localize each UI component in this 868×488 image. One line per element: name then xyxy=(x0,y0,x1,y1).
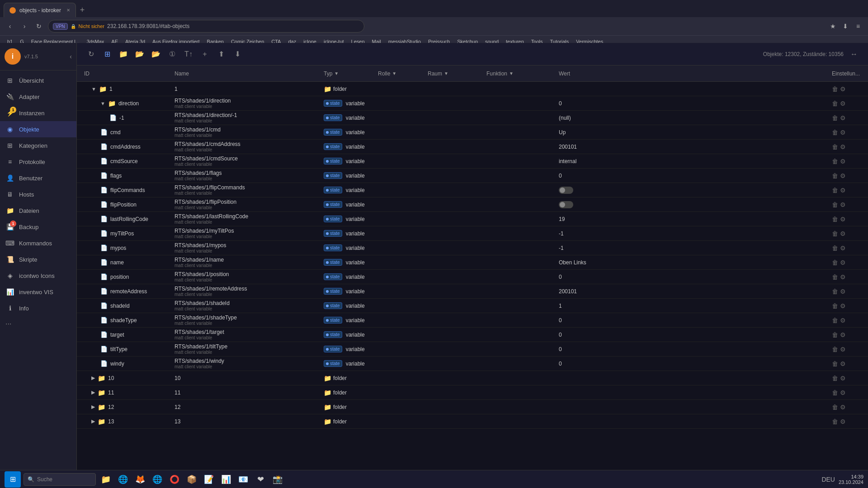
delete-icon[interactable]: 🗑 xyxy=(832,317,838,324)
delete-icon[interactable]: 🗑 xyxy=(832,259,838,266)
taskbar-app-browser1[interactable]: 🌐 xyxy=(116,472,130,487)
settings-icon[interactable]: ⚙ xyxy=(840,273,846,281)
col-header-id[interactable]: ID xyxy=(84,70,175,77)
settings-icon[interactable]: ⚙ xyxy=(840,360,846,367)
sidebar-item-ubersicht[interactable]: ⊞ Übersicht xyxy=(0,72,76,89)
tab-close-icon[interactable]: ✕ xyxy=(66,8,70,13)
delete-icon[interactable]: 🗑 xyxy=(832,302,838,310)
taskbar-app-browser2[interactable]: 🌐 xyxy=(150,472,165,487)
sidebar-item-adapter[interactable]: 🔌 Adapter xyxy=(0,89,76,105)
sidebar-item-backup[interactable]: 💾 Backup 1 xyxy=(0,219,76,235)
text-button[interactable]: T↑ xyxy=(182,47,195,61)
table-view-button[interactable]: ⊞ xyxy=(100,47,114,61)
number-button[interactable]: ① xyxy=(165,47,179,61)
sidebar-collapse-icon[interactable]: ‹ xyxy=(70,53,72,60)
ext-icon-2[interactable]: ⬇ xyxy=(840,21,851,32)
add-button[interactable]: + xyxy=(198,47,212,61)
settings-icon[interactable]: ⚙ xyxy=(840,143,846,150)
address-bar[interactable]: VPN 🔒 Nicht sicher 232.168.178.39:8081/#… xyxy=(48,20,364,33)
delete-icon[interactable]: 🗑 xyxy=(832,187,838,194)
folder-chevron-icon[interactable]: ▶ xyxy=(91,389,95,395)
settings-icon[interactable]: ⚙ xyxy=(840,129,846,136)
delete-icon[interactable]: 🗑 xyxy=(832,158,838,165)
settings-icon[interactable]: ⚙ xyxy=(840,404,846,411)
taskbar-app-camera[interactable]: 📸 xyxy=(270,472,285,487)
sidebar-more-dots[interactable]: ··· xyxy=(0,316,76,332)
folder-chevron-icon[interactable]: ▶ xyxy=(91,418,95,424)
settings-icon[interactable]: ⚙ xyxy=(840,187,846,194)
settings-icon[interactable]: ⚙ xyxy=(840,259,846,266)
taskbar-app-explorer[interactable]: 📁 xyxy=(99,472,113,487)
settings-icon[interactable]: ⚙ xyxy=(840,158,846,165)
col-header-name[interactable]: Name xyxy=(175,70,324,77)
active-tab[interactable]: objects - iobroker ✕ xyxy=(4,3,76,17)
col-header-wert[interactable]: Wert xyxy=(559,70,832,77)
folder-chevron-icon[interactable]: ▼ xyxy=(100,101,105,106)
taskbar-app-opera[interactable]: ⭕ xyxy=(167,472,182,487)
settings-icon[interactable]: ⚙ xyxy=(840,346,846,353)
settings-icon[interactable]: ⚙ xyxy=(840,230,846,237)
toggle-switch[interactable] xyxy=(559,201,573,208)
delete-icon[interactable]: 🗑 xyxy=(832,418,838,425)
taskbar-app-heart[interactable]: ❤ xyxy=(253,472,268,487)
delete-icon[interactable]: 🗑 xyxy=(832,230,838,237)
settings-icon[interactable]: ⚙ xyxy=(840,114,846,122)
upload-button[interactable]: ⬆ xyxy=(214,47,228,61)
col-header-einstellung[interactable]: Einstellun... xyxy=(832,70,868,77)
back-button[interactable]: ‹ xyxy=(5,21,15,32)
settings-icon[interactable]: ⚙ xyxy=(840,389,846,396)
settings-icon[interactable]: ⚙ xyxy=(840,302,846,310)
reload-button[interactable]: ↻ xyxy=(33,21,44,32)
sidebar-item-objekte[interactable]: ◉ Objekte xyxy=(0,121,76,137)
delete-icon[interactable]: 🗑 xyxy=(832,114,838,122)
sidebar-item-inventwo[interactable]: 📊 inventwo VIS xyxy=(0,284,76,300)
settings-icon[interactable]: ⚙ xyxy=(840,216,846,223)
taskbar-app-outlook[interactable]: 📧 xyxy=(236,472,250,487)
download-button[interactable]: ⬇ xyxy=(231,47,244,61)
open-folder-button[interactable]: 📂 xyxy=(133,47,146,61)
taskbar-app-winrar[interactable]: 📦 xyxy=(184,472,199,487)
delete-icon[interactable]: 🗑 xyxy=(832,172,838,179)
delete-icon[interactable]: 🗑 xyxy=(832,100,838,107)
delete-icon[interactable]: 🗑 xyxy=(832,129,838,136)
ext-icon-3[interactable]: ≡ xyxy=(853,21,863,32)
settings-icon[interactable]: ⚙ xyxy=(840,100,846,107)
delete-icon[interactable]: 🗑 xyxy=(832,288,838,295)
folder-chevron-icon[interactable]: ▼ xyxy=(91,86,96,92)
settings-icon[interactable]: ⚙ xyxy=(840,331,846,338)
folder-chevron-icon[interactable]: ▶ xyxy=(91,375,95,381)
delete-icon[interactable]: 🗑 xyxy=(832,346,838,353)
settings-icon[interactable]: ⚙ xyxy=(840,85,846,93)
settings-icon[interactable]: ⚙ xyxy=(840,244,846,252)
delete-icon[interactable]: 🗑 xyxy=(832,216,838,223)
delete-icon[interactable]: 🗑 xyxy=(832,143,838,150)
delete-icon[interactable]: 🗑 xyxy=(832,201,838,208)
sidebar-item-dateien[interactable]: 📁 Dateien xyxy=(0,202,76,219)
sidebar-item-hosts[interactable]: 🖥 Hosts xyxy=(0,186,76,202)
taskbar-app-firefox[interactable]: 🦊 xyxy=(133,472,147,487)
toggle-switch[interactable] xyxy=(559,187,573,194)
taskbar-search[interactable]: 🔍 Suche xyxy=(24,473,96,486)
folder-chevron-icon[interactable]: ▶ xyxy=(91,404,95,410)
sidebar-item-skripte[interactable]: 📜 Skripte xyxy=(0,251,76,267)
sidebar-item-kommandos[interactable]: ⌨ Kommandos xyxy=(0,235,76,251)
start-button[interactable]: ⊞ xyxy=(5,471,21,488)
delete-icon[interactable]: 🗑 xyxy=(832,273,838,281)
col-header-funktion[interactable]: Funktion ▼ xyxy=(486,70,559,77)
col-header-rolle[interactable]: Rolle ▼ xyxy=(378,70,428,77)
settings-icon[interactable]: ⚙ xyxy=(840,418,846,425)
settings-icon[interactable]: ⚙ xyxy=(840,172,846,179)
delete-icon[interactable]: 🗑 xyxy=(832,404,838,411)
delete-icon[interactable]: 🗑 xyxy=(832,244,838,252)
ext-icon-1[interactable]: ★ xyxy=(827,21,838,32)
refresh-button[interactable]: ↻ xyxy=(84,47,98,61)
open-folder2-button[interactable]: 📂 xyxy=(149,47,163,61)
sidebar-item-benutzer[interactable]: 👤 Benutzer xyxy=(0,170,76,186)
delete-icon[interactable]: 🗑 xyxy=(832,360,838,367)
new-tab-button[interactable]: + xyxy=(76,4,89,16)
col-header-typ[interactable]: Typ ▼ xyxy=(324,70,378,77)
settings-icon[interactable]: ⚙ xyxy=(840,201,846,208)
sidebar-item-info[interactable]: ℹ Info xyxy=(0,300,76,316)
delete-icon[interactable]: 🗑 xyxy=(832,375,838,382)
delete-icon[interactable]: 🗑 xyxy=(832,389,838,396)
